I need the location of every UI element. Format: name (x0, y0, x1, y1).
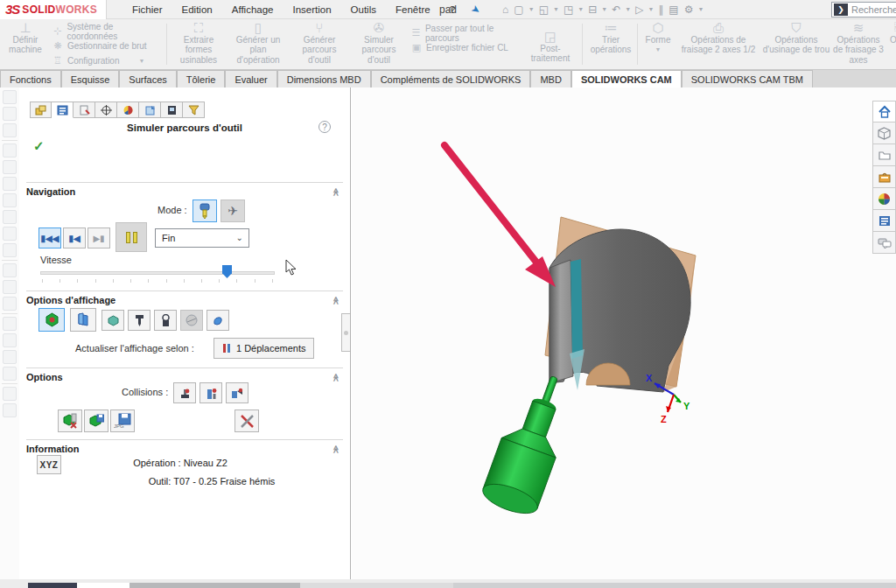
run-to-dropdown[interactable]: Fin ⌄ (155, 228, 249, 248)
collision-pause-button[interactable] (200, 382, 222, 403)
undo-dropdown-icon[interactable]: ▼ (623, 6, 633, 12)
left-toolbar-icon[interactable] (3, 387, 17, 401)
taskpane-resources-tab[interactable] (872, 122, 896, 144)
left-toolbar-icon[interactable] (3, 107, 17, 121)
left-toolbar-icon[interactable] (3, 333, 17, 347)
configuration-button[interactable]: ♖Configuration▼ (51, 54, 163, 67)
search-icon[interactable]: ❯ (834, 4, 848, 16)
collision-stop-button[interactable] (173, 382, 196, 403)
tab-dimxpertmanager[interactable] (95, 102, 117, 118)
save-image-button[interactable]: JPG (110, 410, 135, 432)
left-toolbar-icon[interactable] (3, 160, 17, 174)
menu-fenetre[interactable]: Fenêtre (386, 2, 440, 18)
options-gear-icon[interactable]: ⚙ (682, 4, 696, 16)
new-dropdown-icon[interactable]: ▼ (527, 6, 536, 12)
tab-solidworks-cam-tbm[interactable]: SOLIDWORKS CAM TBM (682, 70, 813, 88)
left-toolbar-icon[interactable] (3, 403, 17, 417)
left-toolbar-icon[interactable] (3, 144, 17, 158)
tool-mode-button[interactable] (192, 200, 217, 222)
save-simulated-part-button[interactable] (84, 410, 108, 432)
tab-tolerie[interactable]: Tôlerie (177, 70, 226, 88)
tab-dimensions-mbd[interactable]: Dimensions MBD (277, 70, 371, 88)
configuration-dropdown-icon[interactable]: ▼ (138, 58, 144, 64)
open-dropdown-icon[interactable]: ▼ (551, 6, 561, 12)
simulation-settings-button[interactable] (234, 410, 259, 432)
menu-help[interactable]: ? (440, 2, 465, 18)
mill-3axis-button[interactable]: ≋ Opérations de fraisage 3 axes (831, 23, 886, 65)
tab-evaluer[interactable]: Evaluer (225, 70, 276, 88)
collapse-chevron-icon[interactable]: ≪ (332, 188, 340, 195)
display-tool-button[interactable] (128, 310, 150, 331)
options-section-header[interactable]: Options ≪ (26, 368, 343, 382)
undo-icon[interactable]: ↶ (609, 4, 623, 16)
collision-continue-button[interactable] (226, 382, 248, 403)
menu-affichage[interactable]: Affichage (222, 2, 284, 18)
left-toolbar-icon[interactable] (3, 90, 17, 104)
display-holder-button[interactable] (154, 310, 177, 331)
options-dropdown-icon[interactable]: ▼ (696, 6, 705, 12)
compare-remove-button[interactable] (58, 410, 82, 432)
taskpane-toolbox-tab[interactable] (872, 166, 896, 188)
solidworks-logo[interactable]: 3S SOLIDWORKS (0, 0, 107, 19)
speed-slider-track[interactable] (40, 271, 275, 275)
display-leadins-button[interactable] (206, 310, 229, 331)
stock-manager-button[interactable]: ❋Gestionnaire de brut (51, 39, 163, 52)
left-toolbar-icon[interactable] (3, 297, 17, 311)
select-dropdown-icon[interactable]: ▼ (646, 6, 655, 12)
new-document-icon[interactable]: ▢ (511, 4, 526, 16)
taskpane-home-tab[interactable] (872, 101, 896, 122)
display-section-view-button[interactable] (70, 308, 96, 332)
pause-button[interactable] (116, 222, 147, 252)
properties-icon[interactable]: ▤ (666, 4, 681, 16)
save-cl-button[interactable]: ▣Enregistrer fichier CL (410, 41, 523, 54)
help-icon[interactable]: ? (318, 121, 331, 133)
home-icon[interactable]: ⌂ (500, 4, 511, 16)
left-toolbar-icon[interactable] (3, 263, 17, 277)
left-toolbar-icon[interactable] (3, 243, 17, 257)
panel-splitter[interactable] (350, 88, 351, 579)
step-forward-button[interactable]: ▶▮ (88, 228, 110, 248)
tab-cam-feature-tree[interactable] (139, 102, 161, 118)
display-rapid-moves-button[interactable] (180, 310, 203, 331)
left-toolbar-icon[interactable] (3, 367, 17, 381)
navigation-section-header[interactable]: Navigation ≪ (26, 182, 343, 197)
collapse-chevron-icon[interactable]: ≪ (332, 445, 340, 452)
select-icon[interactable]: ▷ (633, 4, 646, 16)
coordinate-system-button[interactable]: ⊹Système de coordonnées (51, 24, 163, 38)
ribbon-truncated-button[interactable]: ⎗ Opér (882, 23, 896, 45)
xyz-button[interactable]: XYZ (37, 455, 61, 474)
graphics-viewport[interactable]: X Y Z (352, 88, 896, 579)
display-target-part-button[interactable] (38, 308, 65, 332)
define-machine-button[interactable]: ⊥ Définir machine (5, 23, 46, 55)
speed-slider-handle[interactable] (222, 265, 232, 278)
taskpane-forum-tab[interactable] (872, 232, 896, 254)
tab-surfaces[interactable]: Surfaces (119, 70, 176, 88)
tab-cam-operation-tree[interactable] (161, 102, 183, 118)
simulate-toolpath-button[interactable]: ✇ Simuler parcours d'outil (352, 23, 406, 65)
save-dropdown-icon[interactable]: ▼ (576, 6, 585, 12)
feature-button[interactable]: ⬡ Forme ▼ (640, 23, 676, 55)
post-process-button[interactable]: ◲ Post-traitement (523, 32, 578, 64)
attach-icon[interactable]: ∥ (655, 4, 666, 16)
left-toolbar-icon[interactable] (3, 280, 17, 294)
step-back-button[interactable]: ▮◀ (63, 228, 86, 248)
taskpane-custom-properties-tab[interactable] (872, 210, 896, 232)
tab-esquisse[interactable]: Esquisse (61, 70, 120, 88)
menu-insertion[interactable]: Insertion (283, 2, 340, 18)
ok-button[interactable]: ✓ (33, 138, 45, 154)
open-icon[interactable]: ◱ (536, 4, 551, 16)
menu-fichier[interactable]: Fichier (122, 2, 172, 18)
moves-count-button[interactable]: 1 Déplacements (214, 338, 314, 359)
feature-dropdown-icon[interactable]: ▼ (640, 45, 676, 55)
pin-menu-icon[interactable]: ➤ (469, 2, 483, 17)
collapse-chevron-icon[interactable]: ≪ (332, 374, 340, 381)
display-stock-button[interactable] (102, 310, 124, 331)
left-toolbar-icon[interactable] (3, 177, 17, 191)
generate-plan-button[interactable]: ▯ Générer un plan d'opération (229, 23, 287, 65)
print-icon[interactable]: ⊟ (585, 4, 599, 16)
collapse-chevron-icon[interactable]: ≪ (332, 297, 340, 304)
hole-machining-button[interactable]: ⛉ Opérations d'usinage de trou (760, 23, 833, 55)
information-section-header[interactable]: Information ≪ (26, 439, 343, 454)
turbo-mode-button[interactable]: ✈ (220, 200, 245, 222)
go-to-start-button[interactable]: ▮◀◀ (38, 228, 61, 248)
